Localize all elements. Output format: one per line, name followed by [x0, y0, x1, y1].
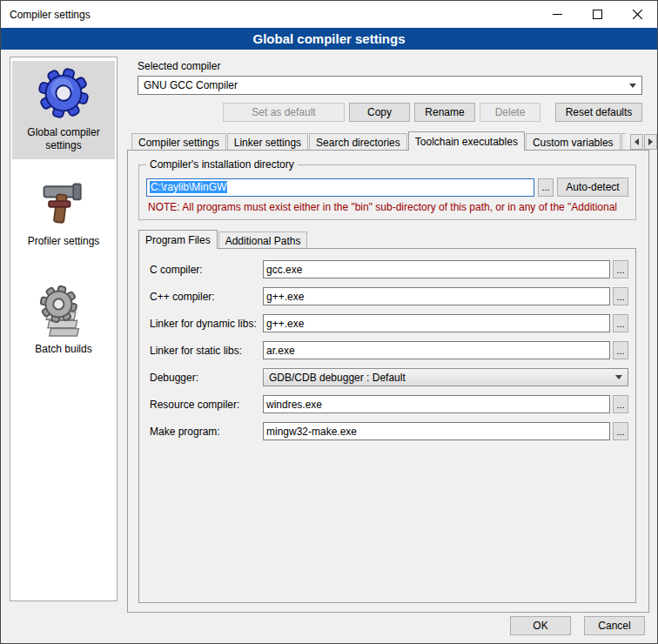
cancel-button[interactable]: Cancel [584, 616, 645, 635]
sidebar-item-global-compiler-settings[interactable]: Global compiler settings [12, 61, 115, 159]
program-files-panel: C compiler: gcc.exe ... C++ compiler: g+… [138, 248, 636, 603]
debugger-select[interactable]: GDB/CDB debugger : Default [263, 368, 628, 386]
static-linker-browse-button[interactable]: ... [613, 341, 628, 359]
subtab-program-files[interactable]: Program Files [138, 230, 218, 249]
tab-compiler-settings[interactable]: Compiler settings [131, 133, 226, 151]
auto-detect-button[interactable]: Auto-detect [557, 178, 628, 197]
compiler-settings-window: Compiler settings Global compiler settin… [0, 0, 658, 644]
field-value: windres.exe [266, 399, 322, 411]
cpp-compiler-browse-button[interactable]: ... [613, 287, 628, 305]
chevron-down-icon [629, 84, 636, 88]
chevron-down-icon [615, 375, 622, 379]
copy-button[interactable]: Copy [349, 103, 410, 122]
titlebar: Compiler settings [1, 1, 657, 28]
field-value: ar.exe [266, 345, 295, 357]
field-value: gcc.exe [266, 264, 302, 276]
field-row-debugger: Debugger: GDB/CDB debugger : Default [150, 368, 628, 386]
install-dir-groupbox: Compiler's installation directory C:\ray… [138, 164, 636, 220]
compiler-select[interactable]: GNU GCC Compiler [138, 76, 642, 95]
c-compiler-browse-button[interactable]: ... [613, 260, 628, 278]
dialog-footer: OK Cancel [510, 616, 645, 635]
install-dir-browse-button[interactable]: ... [538, 178, 554, 197]
tab-scroll-right-button[interactable] [644, 134, 657, 150]
field-row-resource-compiler: Resource compiler: windres.exe ... [150, 395, 628, 413]
program-files-tabbar: Program Files Additional Paths [138, 231, 636, 249]
static-linker-input[interactable]: ar.exe [263, 341, 610, 359]
settings-tabbar: Compiler settings Linker settings Search… [131, 132, 649, 151]
install-dir-note: NOTE: All programs must exist either in … [148, 201, 628, 213]
window-title: Compiler settings [1, 9, 91, 21]
dynamic-linker-browse-button[interactable]: ... [613, 314, 628, 332]
tab-custom-variables[interactable]: Custom variables [526, 133, 621, 151]
gear-blue-icon [37, 66, 91, 120]
minimize-icon [553, 10, 562, 19]
page-title: Global compiler settings [1, 28, 657, 50]
close-button[interactable] [617, 1, 657, 28]
tab-linker-settings[interactable]: Linker settings [227, 133, 308, 151]
field-row-static-linker: Linker for static libs: ar.exe ... [150, 341, 628, 359]
toolchain-executables-panel: Compiler's installation directory C:\ray… [127, 150, 649, 613]
minimize-button[interactable] [537, 1, 577, 28]
delete-button[interactable]: Delete [480, 103, 540, 122]
reset-defaults-button[interactable]: Reset defaults [555, 103, 642, 122]
field-label: Linker for dynamic libs: [150, 318, 263, 330]
install-dir-group-title: Compiler's installation directory [146, 158, 298, 171]
resource-compiler-browse-button[interactable]: ... [613, 395, 628, 413]
field-label: Debugger: [150, 372, 263, 384]
resource-compiler-input[interactable]: windres.exe [263, 395, 610, 413]
triangle-right-icon [648, 138, 653, 145]
close-icon [633, 10, 642, 19]
debugger-select-value: GDB/CDB debugger : Default [269, 372, 406, 384]
triangle-left-icon [634, 138, 639, 145]
set-as-default-button[interactable]: Set as default [223, 103, 345, 122]
maximize-icon [593, 10, 602, 19]
field-value: g++.exe [266, 318, 304, 330]
subtab-additional-paths[interactable]: Additional Paths [218, 231, 308, 249]
sidebar-item-batch-builds[interactable]: Batch builds [12, 279, 115, 363]
field-row-c-compiler: C compiler: gcc.exe ... [150, 260, 628, 278]
field-label: C compiler: [150, 264, 263, 276]
rename-button[interactable]: Rename [414, 103, 475, 122]
sidebar-item-label: Batch builds [35, 343, 91, 356]
compiler-buttons-row: Set as default Copy Rename Delete Reset … [138, 103, 642, 122]
compiler-select-value: GNU GCC Compiler [144, 79, 238, 91]
tab-scroll-left-button[interactable] [630, 134, 643, 150]
selected-compiler-label: Selected compiler [138, 60, 649, 72]
install-dir-row: C:\raylib\MinGW ... Auto-detect [146, 178, 628, 197]
tab-search-directories[interactable]: Search directories [309, 133, 407, 151]
field-label: Linker for static libs: [150, 345, 263, 357]
profiler-tool-icon [37, 177, 90, 229]
tab-toolchain-executables[interactable]: Toolchain executables [408, 131, 525, 151]
field-value: mingw32-make.exe [266, 426, 357, 438]
tabstrip: Compiler settings Linker settings Search… [131, 131, 626, 151]
c-compiler-input[interactable]: gcc.exe [263, 260, 610, 278]
install-dir-input[interactable]: C:\raylib\MinGW [146, 178, 534, 197]
ok-button[interactable]: OK [510, 616, 571, 635]
cpp-compiler-input[interactable]: g++.exe [263, 287, 610, 305]
window-controls [537, 1, 657, 28]
main-content: Selected compiler GNU GCC Compiler Set a… [127, 57, 649, 613]
sidebar-item-profiler-settings[interactable]: Profiler settings [12, 171, 115, 255]
make-program-input[interactable]: mingw32-make.exe [263, 422, 610, 440]
sidebar-item-label: Global compiler settings [14, 126, 113, 152]
sidebar: Global compiler settings Profiler settin… [10, 57, 118, 601]
field-label: Make program: [150, 426, 263, 438]
field-label: C++ compiler: [150, 291, 263, 303]
install-dir-selected-text: C:\raylib\MinGW [150, 181, 227, 193]
tab-scroll-controls [630, 134, 657, 150]
field-row-dynamic-linker: Linker for dynamic libs: g++.exe ... [150, 314, 628, 332]
field-row-cpp-compiler: C++ compiler: g++.exe ... [150, 287, 628, 305]
dynamic-linker-input[interactable]: g++.exe [263, 314, 610, 332]
gear-batch-icon [37, 285, 90, 337]
make-program-browse-button[interactable]: ... [613, 422, 628, 440]
tab-build-options[interactable]: Buil [621, 133, 626, 151]
maximize-button[interactable] [577, 1, 617, 28]
field-value: g++.exe [266, 291, 304, 303]
field-row-make-program: Make program: mingw32-make.exe ... [150, 422, 628, 440]
field-label: Resource compiler: [150, 399, 263, 411]
sidebar-item-label: Profiler settings [28, 235, 100, 248]
